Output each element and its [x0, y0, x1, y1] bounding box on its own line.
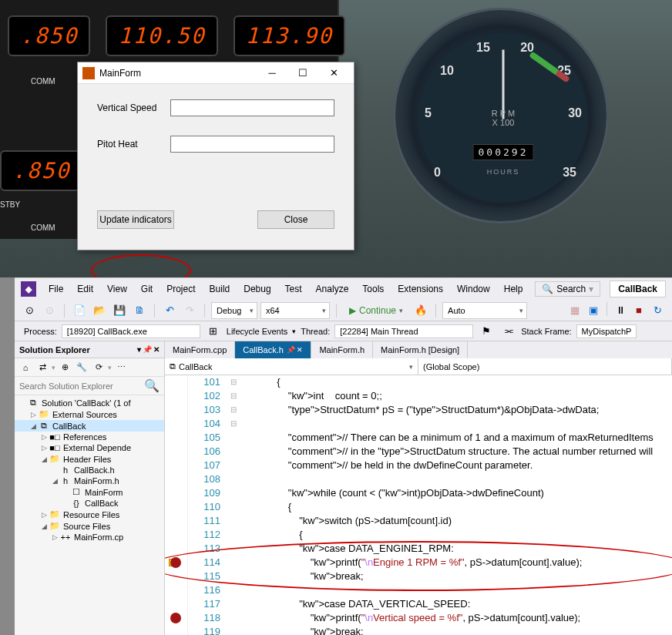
menu-build[interactable]: Build: [203, 281, 237, 297]
tree-item[interactable]: ▷📁Resource Files: [15, 509, 164, 520]
vertical-speed-input[interactable]: [170, 99, 334, 116]
mainform-icon: [82, 67, 95, 79]
menu-window[interactable]: Window: [451, 281, 496, 297]
menu-edit[interactable]: Edit: [71, 281, 99, 297]
editor-tab[interactable]: MainForm.h: [311, 341, 373, 358]
refresh-icon[interactable]: ⟳: [91, 360, 106, 375]
nav-project-dropdown[interactable]: ⧉CallBack ▾: [165, 358, 418, 375]
solution-explorer-search[interactable]: 🔍: [15, 377, 164, 395]
new-button[interactable]: 📄: [71, 302, 88, 319]
sync-icon[interactable]: ⊕: [57, 360, 72, 375]
hot-reload-button[interactable]: 🔥: [412, 302, 429, 319]
forward-button[interactable]: ⊙: [41, 302, 58, 319]
vs-menubar: ◆ File Edit View Git Project Build Debug…: [15, 278, 672, 300]
lcd-freq-4: .850: [0, 150, 82, 191]
platform-dropdown[interactable]: x64: [260, 302, 330, 319]
rpm-label: R P M: [492, 109, 515, 118]
maximize-button[interactable]: ☐: [287, 63, 318, 83]
pitot-heat-input[interactable]: [170, 136, 334, 153]
vs-logo-icon: ◆: [21, 281, 36, 297]
lifecycle-icon[interactable]: ⊞: [205, 323, 222, 340]
editor-nav-bar: ⧉CallBack ▾ (Global Scope): [165, 358, 672, 375]
tree-item[interactable]: ▷📁External Sources: [15, 408, 164, 420]
window-button[interactable]: ▣: [585, 302, 602, 319]
home-icon[interactable]: ⌂: [18, 360, 33, 375]
search-icon: 🔍: [542, 284, 553, 294]
menu-file[interactable]: File: [42, 281, 69, 297]
pin-icon[interactable]: 📌: [143, 345, 152, 354]
close-button[interactable]: Close: [257, 210, 334, 229]
rpm-gauge: 0 5 10 15 20 25 30 35 R P M X 100 000292…: [393, 8, 609, 223]
mainform-window[interactable]: MainForm ─ ☐ ✕ Vertical Speed Pitot Heat…: [77, 62, 354, 250]
solution-search-input[interactable]: [15, 381, 139, 391]
tree-item[interactable]: ◢📁Source Files: [15, 520, 164, 532]
tree-item[interactable]: ☐MainForm: [15, 486, 164, 498]
undo-button[interactable]: ↶: [161, 302, 178, 319]
tree-item[interactable]: ▷■□References: [15, 432, 164, 442]
breakpoint-icon[interactable]: [170, 613, 181, 623]
save-all-button[interactable]: 🗎: [131, 302, 148, 319]
menu-tools[interactable]: Tools: [356, 281, 390, 297]
nav-scope-dropdown[interactable]: (Global Scope): [418, 358, 672, 375]
close-panel-icon[interactable]: ✕: [153, 345, 160, 354]
editor-tab[interactable]: MainForm.cpp: [165, 341, 235, 358]
code-area[interactable]: 101 102 103 104 105 106 107 108 109 110 …: [165, 375, 672, 635]
back-button[interactable]: ⊙: [21, 302, 38, 319]
tree-item[interactable]: {}CallBack: [15, 498, 164, 509]
stby-label: STBY: [0, 200, 20, 209]
menu-project[interactable]: Project: [160, 281, 201, 297]
layout-button[interactable]: ▦: [566, 302, 583, 319]
open-button[interactable]: 📂: [91, 302, 108, 319]
switch-icon[interactable]: ⇄: [35, 360, 50, 375]
minimize-button[interactable]: ─: [257, 63, 287, 83]
lcd-freq-2: 110.50: [106, 15, 217, 56]
wrench-icon[interactable]: 🔧: [74, 360, 89, 375]
config-dropdown[interactable]: Debug: [211, 302, 257, 319]
editor-tab[interactable]: MainForm.h [Design]: [373, 341, 468, 358]
auto-dropdown[interactable]: Auto: [442, 302, 527, 319]
thread-label: Thread:: [301, 327, 330, 336]
tree-item[interactable]: ▷■□External Depende: [15, 442, 164, 453]
visual-studio-window: ◆ File Edit View Git Project Build Debug…: [15, 277, 672, 635]
solution-tree[interactable]: ⧉Solution 'CallBack' (1 of▷📁External Sou…: [15, 395, 164, 635]
solution-explorer-toolbar: ⌂ ⇄ ▾ ⊕ 🔧 ⟳ ▾ ⋯: [15, 358, 164, 377]
process-dropdown[interactable]: [18920] CallBack.exe: [62, 324, 200, 338]
menu-test[interactable]: Test: [279, 281, 308, 297]
vertical-speed-label: Vertical Speed: [97, 102, 170, 113]
tree-item[interactable]: ◢hMainForm.h: [15, 475, 164, 486]
tree-item[interactable]: ◢📁Header Files: [15, 453, 164, 465]
vs-config-name[interactable]: CallBack: [610, 281, 666, 297]
pause-button[interactable]: ⏸: [612, 302, 629, 319]
flag-icon[interactable]: ⚑: [478, 323, 495, 340]
hours-odometer: 000292: [473, 144, 534, 160]
dropdown-icon[interactable]: ▾: [137, 345, 141, 354]
vs-search-box[interactable]: 🔍 Search ▾: [535, 281, 600, 297]
restart-button[interactable]: ↻: [649, 302, 666, 319]
stop-button[interactable]: ■: [630, 302, 647, 319]
thread-dropdown[interactable]: [22284] Main Thread: [334, 324, 473, 338]
editor-tab[interactable]: CallBack.h📌 ✕: [235, 341, 311, 358]
tree-item[interactable]: ⧉Solution 'CallBack' (1 of: [15, 397, 164, 408]
menu-analyze[interactable]: Analyze: [310, 281, 355, 297]
menu-extensions[interactable]: Extensions: [391, 281, 449, 297]
filter-icon[interactable]: ⋯: [113, 360, 129, 375]
menu-help[interactable]: Help: [498, 281, 529, 297]
close-window-button[interactable]: ✕: [318, 63, 349, 83]
mainform-titlebar[interactable]: MainForm ─ ☐ ✕: [78, 62, 354, 84]
code-editor: MainForm.cppCallBack.h📌 ✕MainForm.hMainF…: [165, 341, 672, 635]
editor-tabs: MainForm.cppCallBack.h📌 ✕MainForm.hMainF…: [165, 341, 672, 358]
save-button[interactable]: 💾: [111, 302, 128, 319]
continue-button[interactable]: ▶ Continue ▾: [343, 305, 409, 316]
redo-button[interactable]: ↷: [181, 302, 198, 319]
stackframe-dropdown[interactable]: MyDispatchP: [576, 324, 637, 338]
solution-explorer-panel: Solution Explorer ▾ 📌 ✕ ⌂ ⇄ ▾ ⊕ 🔧 ⟳ ▾ ⋯ …: [15, 341, 165, 635]
hours-label: HOURS: [487, 168, 520, 176]
menu-view[interactable]: View: [101, 281, 133, 297]
tree-item[interactable]: hCallBack.h: [15, 465, 164, 475]
update-indicators-button[interactable]: Update indicators: [97, 210, 174, 229]
menu-debug[interactable]: Debug: [237, 281, 277, 297]
menu-git[interactable]: Git: [135, 281, 159, 297]
tree-item[interactable]: ◢⧉CallBack: [15, 420, 164, 432]
tree-item[interactable]: ▷++MainForm.cp: [15, 532, 164, 543]
threads-icon[interactable]: ⫘: [499, 323, 516, 340]
